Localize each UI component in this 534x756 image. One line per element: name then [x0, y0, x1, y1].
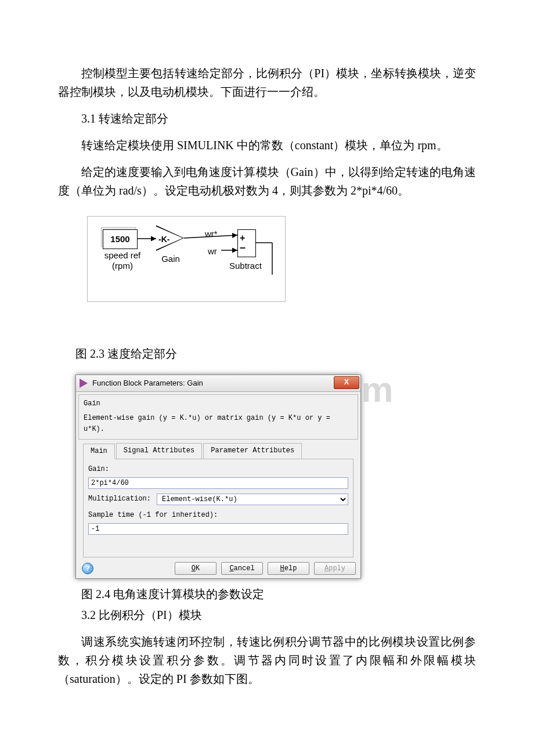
sample-time-label: Sample time (-1 for inherited):	[88, 510, 348, 521]
gain-field-label: Gain:	[88, 464, 348, 475]
help-button[interactable]: Help	[268, 562, 309, 575]
tab-main[interactable]: Main	[83, 444, 115, 459]
ok-button[interactable]: OK	[175, 562, 217, 575]
paragraph-simulink-const: 转速给定模块使用 SIMULINK 中的常数（constant）模块，单位为 r…	[58, 136, 476, 154]
group-title: Gain	[84, 398, 353, 409]
cancel-button[interactable]: Cancel	[221, 562, 263, 575]
paragraph-intro: 控制模型主要包括转速给定部分，比例积分（PI）模块，坐标转换模块，逆变器控制模块…	[58, 64, 476, 101]
gain-description-group: Gain Element-wise gain (y = K.*u) or mat…	[78, 394, 358, 440]
ok-rest: K	[196, 564, 200, 573]
close-icon: X	[344, 377, 349, 388]
dialog-title-text: Function Block Parameters: Gain	[92, 377, 203, 390]
tab-main-panel: Gain: Multiplication: Element-wise(K.*u)…	[83, 459, 353, 557]
figure-2-4-caption: 图 2.4 电角速度计算模块的参数设定	[81, 585, 476, 603]
figure-2-3-caption: 图 2.3 速度给定部分	[75, 344, 476, 363]
cancel-rest: ancel	[234, 564, 255, 573]
simulink-icon	[80, 379, 89, 388]
simulink-diagram: 1500 speed ref (rpm) -K- Gain wr* wr + –…	[87, 216, 286, 302]
group-description: Element-wise gain (y = K.*u) or matrix g…	[84, 413, 353, 435]
figure-2-3: 1500 speed ref (rpm) -K- Gain wr* wr + –…	[87, 216, 286, 302]
paragraph-pi: 调速系统实施转速闭环控制，转速比例积分调节器中的比例模块设置比例参数，积分模块设…	[58, 632, 476, 688]
gain-field[interactable]	[88, 477, 348, 489]
multiplication-select[interactable]: Element-wise(K.*u)	[157, 494, 348, 505]
apply-rest: pply	[329, 564, 345, 573]
dialog-body: Gain Element-wise gain (y = K.*u) or mat…	[75, 392, 361, 579]
question-mark-icon: ?	[85, 563, 90, 575]
tab-parameter-attributes[interactable]: Parameter Attributes	[203, 443, 302, 459]
signal-wires	[88, 217, 285, 301]
help-icon[interactable]: ?	[82, 563, 93, 574]
multiplication-label: Multiplication:	[88, 494, 157, 505]
gain-parameter-dialog: Function Block Parameters: Gain X Gain E…	[75, 375, 361, 579]
heading-3-2: 3.2 比例积分（PI）模块	[58, 606, 476, 624]
svg-line-1	[184, 235, 237, 238]
dialog-tabs: Main Signal Attributes Parameter Attribu…	[83, 443, 353, 459]
paragraph-gain: 给定的速度要输入到电角速度计算模块（Gain）中，以得到给定转速的电角速度（单位…	[58, 163, 476, 200]
tab-signal-attributes[interactable]: Signal Attributes	[116, 443, 202, 459]
close-button[interactable]: X	[334, 376, 359, 389]
dialog-title-bar[interactable]: Function Block Parameters: Gain X	[75, 375, 361, 392]
sample-time-field[interactable]	[88, 523, 348, 535]
heading-3-1: 3.1 转速给定部分	[58, 109, 476, 128]
apply-button[interactable]: Apply	[314, 562, 356, 575]
help-rest: elp	[284, 564, 297, 573]
dialog-button-bar: ? OK Cancel Help Apply	[78, 560, 358, 577]
